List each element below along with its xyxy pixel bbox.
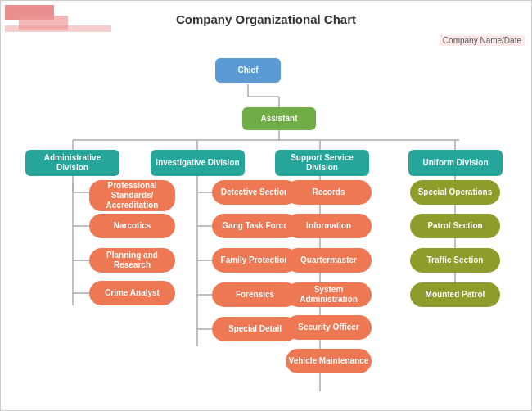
admin-child-0: Professional Standards/ Accreditation — [89, 180, 175, 211]
admin-division-node: Administrative Division — [25, 150, 119, 176]
admin-child-1: Narcotics — [89, 214, 175, 238]
sup-child-2: Quartermaster — [286, 248, 372, 273]
admin-child-2: Planning and Research — [89, 248, 175, 273]
page: Company Organizational Chart Company Nam… — [0, 0, 532, 411]
sup-child-1: Information — [286, 214, 372, 238]
uniform-division-node: Uniform Division — [408, 150, 503, 176]
sup-child-3: System Administration — [286, 282, 372, 307]
admin-child-3: Crime Analyst — [89, 281, 175, 305]
org-chart: Chief Assistant Administrative Division … — [1, 52, 531, 410]
company-name-label: Company Name/Date — [440, 35, 525, 46]
chief-node: Chief — [215, 58, 281, 83]
uni-child-3: Mounted Patrol — [410, 282, 500, 307]
sup-child-5: Vehicle Maintenance — [286, 349, 372, 373]
uni-child-2: Traffic Section — [410, 248, 500, 273]
uni-child-0: Special Operations — [410, 180, 500, 205]
uni-child-1: Patrol Section — [410, 214, 500, 238]
sup-child-4: Security Officer — [286, 315, 372, 340]
sup-child-0: Records — [286, 180, 372, 205]
support-division-node: Support Service Division — [275, 150, 369, 176]
assistant-node: Assistant — [242, 107, 316, 130]
investigative-division-node: Investigative Division — [151, 150, 245, 176]
header-decoration — [1, 1, 132, 46]
svg-rect-2 — [5, 25, 111, 32]
